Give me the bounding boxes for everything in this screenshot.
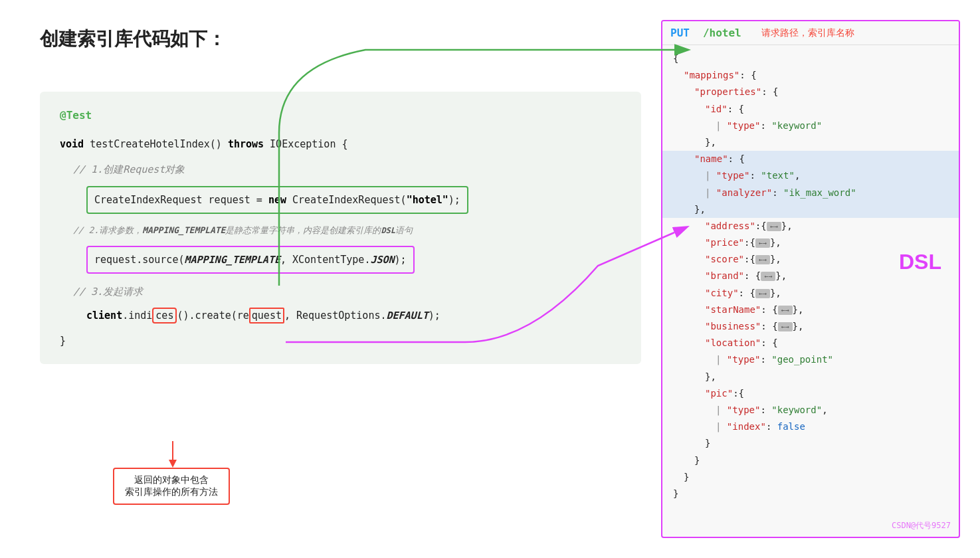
annotation-test: @Test — [60, 105, 621, 126]
json-properties: "properties": { — [673, 84, 948, 100]
json-location-close: }, — [673, 369, 948, 385]
main-container: 创建索引库代码如下： @Test void testCreateHotelInd… — [0, 0, 980, 558]
json-business: "business": {←→}, — [673, 318, 948, 335]
json-starname: "starName": {←→}, — [673, 302, 948, 318]
highlighted-source-line: request.source(MAPPING_TEMPLATE, XConten… — [86, 246, 415, 274]
json-brace-close: } — [673, 486, 948, 502]
line-create-wrapper: client.indices().create(request, Request… — [60, 306, 621, 326]
svg-marker-1 — [169, 460, 177, 468]
line-source: request.source(MAPPING_TEMPLATE, XConten… — [94, 254, 407, 266]
json-name-close: }, — [662, 201, 959, 218]
comment1: // 1.创建Request对象 — [60, 159, 621, 179]
json-pic-close: } — [673, 435, 948, 452]
line-request: CreateIndexRequest request = new CreateI… — [94, 194, 460, 206]
line-request-wrapper: CreateIndexRequest request = new CreateI… — [60, 183, 621, 217]
line-create: client.indices().create(request, Request… — [86, 308, 441, 324]
json-brand: "brand": {←→}, DSL — [673, 268, 948, 284]
json-content: { "mappings": { "properties": { "id": { … — [662, 45, 959, 508]
json-pic-index: | "index": false — [673, 418, 948, 435]
right-panel: PUT /hotel 请求路径，索引库名称 { "mappings": { "p… — [661, 20, 960, 538]
json-city: "city": {←→}, — [673, 285, 948, 302]
annotation-box: 返回的对象中包含 索引库操作的所有方法 — [113, 468, 230, 505]
left-panel: 创建索引库代码如下： @Test void testCreateHotelInd… — [0, 0, 661, 558]
json-location-open: "location": { — [673, 335, 948, 351]
json-mappings-close: } — [673, 469, 948, 486]
json-location-type: | "type": "geo_point" — [673, 351, 948, 368]
line-source-wrapper: request.source(MAPPING_TEMPLATE, XConten… — [60, 243, 621, 276]
annotation-container: 返回的对象中包含 索引库操作的所有方法 — [113, 441, 230, 505]
down-arrow-svg — [166, 441, 179, 468]
json-pic-open: "pic":{ — [673, 385, 948, 402]
comment3: // 3.发起请求 — [60, 282, 621, 302]
page-title: 创建索引库代码如下： — [40, 27, 641, 52]
api-path: /hotel — [703, 27, 741, 39]
json-id-close: }, — [673, 134, 948, 151]
http-method: PUT — [670, 27, 690, 39]
dsl-badge: DSL — [899, 244, 941, 282]
highlighted-request-line: CreateIndexRequest request = new CreateI… — [86, 186, 468, 214]
json-line-brace-open: { — [673, 50, 948, 67]
json-name-type: | "type": "text", — [662, 167, 959, 184]
comment2: // 2.请求参数，MAPPING_TEMPLATE是静态常量字符串，内容是创建… — [60, 222, 621, 239]
json-id-type: | "type": "keyword" — [673, 118, 948, 134]
json-pic-type: | "type": "keyword", — [673, 402, 948, 418]
json-name-analyzer: | "analyzer": "ik_max_word" — [662, 185, 959, 201]
json-address: "address":{←→}, — [673, 218, 948, 234]
line-void: void testCreateHotelIndex() throws IOExc… — [60, 134, 621, 154]
json-name-open: "name": { — [662, 151, 959, 167]
right-panel-header: PUT /hotel 请求路径，索引库名称 — [662, 21, 959, 45]
json-id-open: "id": { — [673, 101, 948, 118]
watermark: CSDN@代号9527 — [892, 520, 951, 531]
json-mappings: "mappings": { — [673, 67, 948, 84]
json-properties-close: } — [673, 452, 948, 469]
code-block: @Test void testCreateHotelIndex() throws… — [40, 92, 641, 364]
closing-brace: } — [60, 331, 621, 351]
path-annotation: 请求路径，索引库名称 — [761, 27, 854, 39]
